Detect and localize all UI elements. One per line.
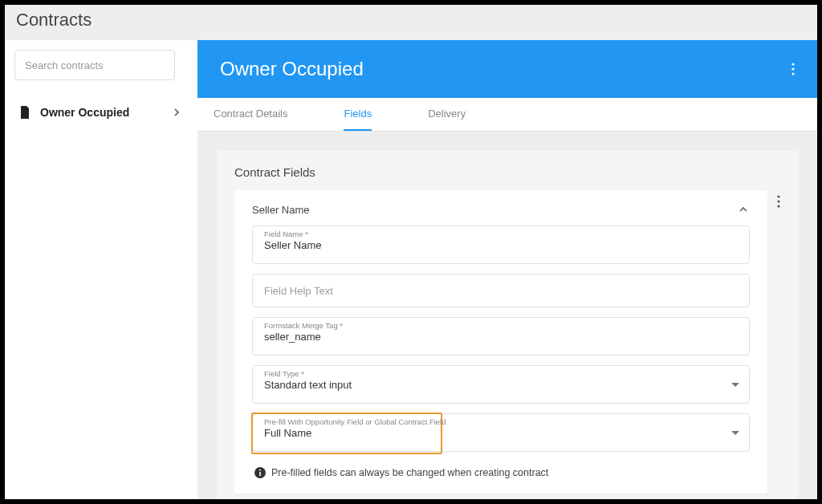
- panel-title: Contract Fields: [234, 165, 780, 179]
- field-label: Field Name *: [264, 230, 308, 238]
- svg-point-6: [777, 195, 779, 197]
- dropdown-icon: [731, 383, 739, 387]
- field-value: Seller Name: [264, 239, 738, 251]
- field-value: seller_name: [264, 331, 738, 343]
- card-more-icon[interactable]: [777, 195, 780, 208]
- field-type-select[interactable]: Field Type * Standard text input: [252, 365, 750, 404]
- search-input[interactable]: [14, 50, 175, 80]
- svg-point-8: [777, 205, 779, 207]
- merge-tag-input[interactable]: Formstack Merge Tag * seller_name: [252, 317, 750, 356]
- svg-rect-4: [259, 472, 261, 476]
- field-name-input[interactable]: Field Name * Seller Name: [252, 226, 750, 264]
- field-label: Field Type *: [264, 369, 304, 378]
- tabs: Contract Details Fields Delivery: [197, 98, 817, 132]
- field-placeholder: Field Help Text: [264, 285, 333, 297]
- chevron-right-icon: [170, 106, 183, 119]
- hero-title: Owner Occupied: [220, 58, 791, 80]
- field-help-text-input[interactable]: Field Help Text: [252, 274, 750, 307]
- svg-point-1: [791, 67, 794, 70]
- page-title: Contracts: [5, 5, 817, 40]
- more-vert-icon[interactable]: [791, 63, 795, 75]
- hero-bar: Owner Occupied: [197, 40, 817, 98]
- sidebar: Owner Occupied: [5, 40, 197, 499]
- field-label: Pre-fill With Opportunity Field or Globa…: [264, 417, 446, 426]
- card-title: Seller Name: [252, 204, 737, 216]
- sidebar-item-label: Owner Occupied: [40, 106, 170, 119]
- field-card: Seller Name Field Name * Seller Name Fie…: [234, 190, 767, 494]
- field-label: Formstack Merge Tag *: [264, 321, 343, 330]
- info-icon: [254, 466, 267, 479]
- field-value: Full Name: [264, 427, 738, 439]
- tab-fields[interactable]: Fields: [344, 98, 372, 131]
- svg-point-2: [791, 72, 794, 75]
- info-row: Pre-filled fields can always be changed …: [252, 461, 750, 482]
- tab-contract-details[interactable]: Contract Details: [214, 98, 287, 131]
- svg-point-5: [259, 469, 261, 471]
- svg-point-7: [777, 200, 779, 202]
- field-value: Standard text input: [264, 379, 738, 391]
- tab-delivery[interactable]: Delivery: [428, 98, 466, 131]
- sidebar-item-owner-occupied[interactable]: Owner Occupied: [14, 103, 188, 122]
- document-icon: [19, 106, 31, 119]
- contract-fields-panel: Contract Fields Seller Name Field Name *…: [217, 151, 798, 499]
- svg-point-0: [791, 63, 794, 65]
- dropdown-icon: [731, 431, 739, 435]
- chevron-up-icon[interactable]: [737, 203, 750, 216]
- info-text: Pre-filled fields can always be changed …: [271, 467, 548, 478]
- prefill-select[interactable]: Pre-fill With Opportunity Field or Globa…: [252, 413, 750, 452]
